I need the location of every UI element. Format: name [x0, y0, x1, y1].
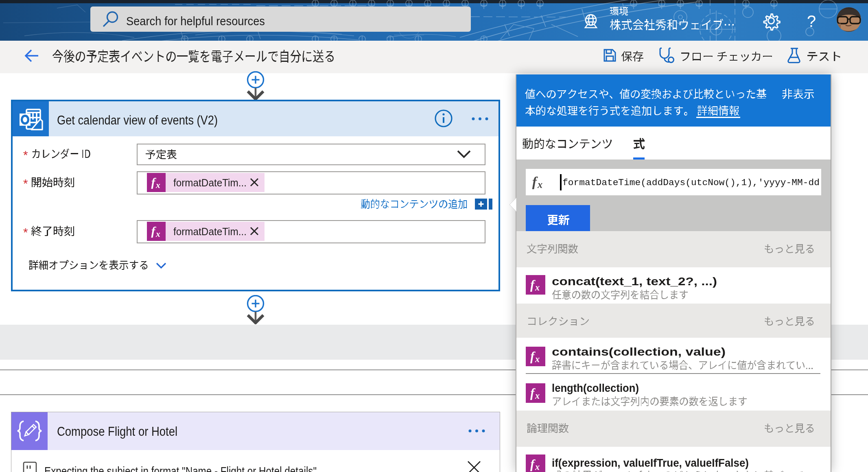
svg-text:x: x: [535, 391, 540, 401]
svg-text:Search for helpful resources: Search for helpful resources: [126, 15, 265, 28]
svg-text:if(expression, valueIfTrue, va: if(expression, valueIfTrue, valueIfFalse…: [552, 457, 749, 469]
svg-text:f: f: [530, 349, 536, 363]
svg-text:formatDateTim...: formatDateTim...: [173, 177, 247, 189]
svg-text:x: x: [155, 229, 160, 239]
svg-text:?: ?: [807, 12, 816, 30]
svg-text:x: x: [535, 462, 540, 472]
svg-text:Expecting the subject in forma: Expecting the subject in format "Name - …: [44, 465, 317, 472]
svg-text:Compose Flight or Hotel: Compose Flight or Hotel: [57, 424, 177, 439]
svg-text:x: x: [535, 282, 540, 293]
svg-text:length(collection): length(collection): [552, 382, 639, 394]
svg-text:contains(collection, value): contains(collection, value): [552, 345, 726, 358]
svg-text:f: f: [530, 278, 536, 292]
svg-text:x: x: [535, 354, 540, 364]
svg-text:f: f: [530, 386, 536, 400]
svg-text:f: f: [530, 457, 536, 471]
svg-text:formatDateTime(addDays(utcNow(: formatDateTime(addDays(utcNow(),1),'yyyy…: [562, 177, 820, 188]
svg-text:x: x: [155, 180, 160, 190]
svg-text:Get calendar view of events (V: Get calendar view of events (V2): [57, 113, 218, 127]
svg-text:concat(text_1, text_2?, ...): concat(text_1, text_2?, ...): [552, 275, 717, 288]
svg-text:formatDateTim...: formatDateTim...: [173, 225, 247, 238]
svg-text:x: x: [537, 179, 542, 190]
